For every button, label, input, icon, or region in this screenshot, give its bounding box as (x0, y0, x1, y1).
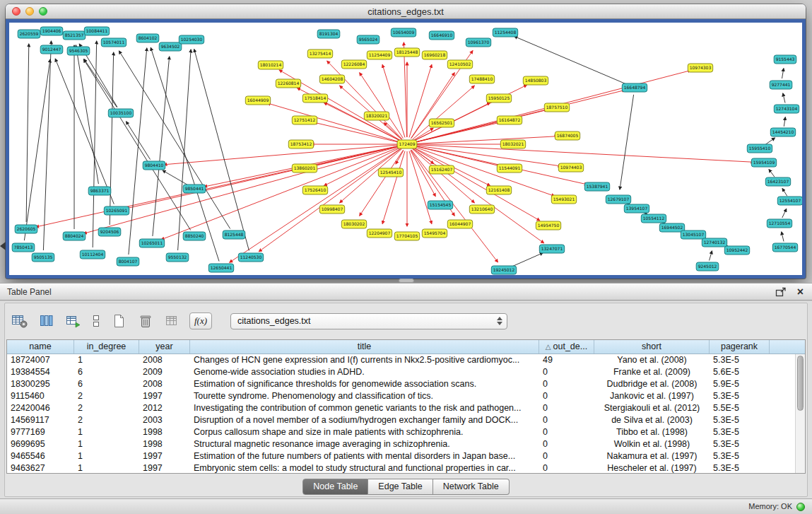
graph-node[interactable]: 13210640 (469, 205, 494, 214)
graph-node[interactable]: 11240530 (238, 253, 263, 262)
row-format-button[interactable] (90, 312, 102, 330)
graph-node[interactable]: 16044907 (447, 220, 472, 228)
graph-node[interactable]: 12204907 (367, 229, 392, 238)
graph-node[interactable]: 10998407 (319, 205, 344, 214)
graph-node[interactable]: 12545410 (378, 168, 403, 177)
graph-edge[interactable] (126, 122, 151, 160)
column-settings-button[interactable] (10, 312, 30, 330)
graph-node[interactable]: 10265091 (104, 206, 129, 215)
graph-node[interactable]: 16423107 (765, 177, 790, 186)
graph-edge[interactable] (129, 48, 147, 255)
graph-node[interactable]: 9277441 (770, 81, 792, 89)
graph-node[interactable]: 9155443 (774, 55, 796, 64)
graph-node[interactable]: 7850413 (12, 243, 35, 252)
graph-edge[interactable] (163, 170, 188, 185)
graph-edge[interactable] (84, 59, 117, 107)
table-row[interactable]: 911546021997Tourette syndrome. Phenomeno… (7, 390, 795, 402)
network-canvas[interactable]: 1724091803202116164872159501251748841012… (9, 23, 802, 275)
table-selector-dropdown[interactable]: citations_edges.txt (230, 313, 507, 329)
graph-node[interactable]: 12161408 (486, 186, 511, 194)
graph-node[interactable]: 10961370 (466, 38, 490, 47)
create-table-button[interactable] (109, 312, 129, 330)
graph-node[interactable]: 10952442 (724, 246, 749, 255)
graph-edge[interactable] (382, 64, 405, 137)
graph-edge[interactable] (782, 188, 787, 196)
graph-node[interactable]: 172409 (397, 140, 417, 148)
graph-edge[interactable] (782, 209, 787, 218)
graph-edge[interactable] (360, 73, 404, 139)
graph-node[interactable]: 2620605 (15, 225, 37, 233)
graph-node[interactable]: 14850803 (523, 76, 548, 85)
graph-node[interactable]: 10554112 (641, 214, 666, 223)
column-header-in_degree[interactable]: in_degree (74, 340, 139, 354)
table-row[interactable]: 1872400712008Changes of HCN gene express… (7, 354, 795, 366)
table-row[interactable]: 1456911722003Disruption of a novel membe… (7, 414, 795, 426)
memory-ok-indicator[interactable] (796, 503, 805, 511)
graph-node[interactable]: 12710554 (767, 219, 792, 228)
graph-node[interactable]: 13275414 (307, 49, 332, 58)
graph-node[interactable]: 15954109 (751, 158, 776, 167)
graph-edge[interactable] (765, 138, 775, 144)
graph-node[interactable]: 17518414 (302, 94, 327, 103)
graph-node[interactable]: 16646910 (429, 31, 454, 40)
graph-node[interactable]: 2620559 (18, 30, 40, 38)
table-row[interactable]: 977716911998Corpus callosum shape and si… (7, 426, 795, 438)
graph-node[interactable]: 12554107 (777, 197, 802, 205)
graph-node[interactable]: 17526410 (302, 186, 327, 194)
graph-node[interactable]: 14954750 (536, 221, 560, 230)
minimize-window-button[interactable] (25, 7, 34, 16)
graph-edge[interactable] (409, 64, 432, 137)
graph-node[interactable]: 13860201 (292, 164, 317, 173)
table-row[interactable]: 1938455462009Genome-wide association stu… (7, 366, 795, 378)
table-scrollbar-thumb[interactable] (797, 356, 804, 411)
graph-node[interactable]: 12743104 (774, 105, 799, 113)
delete-table-button[interactable] (136, 312, 155, 330)
graph-node[interactable]: 8191304 (317, 30, 340, 38)
graph-edge[interactable] (55, 59, 114, 204)
table-row[interactable]: 1830029562008Estimation of significance … (7, 378, 795, 390)
column-header-year[interactable]: year (139, 340, 190, 354)
graph-node[interactable]: 15493021 (551, 195, 576, 204)
float-panel-icon[interactable] (775, 287, 787, 298)
column-header-short[interactable]: short (594, 340, 710, 354)
graph-node[interactable]: 12751412 (292, 116, 317, 124)
graph-node[interactable]: 12740132 (702, 238, 726, 247)
graph-node[interactable]: 9204506 (98, 228, 121, 236)
table-row[interactable]: 946362711997Embryonic stem cells: a mode… (7, 462, 795, 473)
graph-node[interactable]: 13247071 (539, 245, 564, 253)
graph-node[interactable]: 16562501 (429, 119, 454, 127)
graph-node[interactable]: 9546305 (67, 47, 90, 55)
graph-node[interactable]: 13045107 (681, 230, 705, 239)
graph-node[interactable]: 11254408 (493, 28, 517, 37)
graph-node[interactable]: 18032021 (500, 140, 525, 148)
graph-edge[interactable] (382, 151, 405, 224)
graph-node[interactable]: 9863371 (88, 187, 111, 195)
graph-node[interactable]: 19245012 (491, 266, 516, 274)
graph-edge[interactable] (26, 44, 29, 222)
graph-edge[interactable] (414, 145, 754, 163)
graph-edge[interactable] (126, 146, 401, 209)
graph-node[interactable]: 12226084 (341, 60, 366, 69)
graph-edge[interactable] (782, 232, 784, 242)
tab-network-table[interactable]: Network Table (433, 479, 510, 495)
graph-node[interactable]: 16770544 (772, 243, 797, 252)
graph-node[interactable]: 8604102 (136, 34, 159, 42)
graph-edge[interactable] (324, 148, 401, 186)
graph-node[interactable]: 8850240 (183, 232, 206, 240)
graph-node[interactable]: 13954107 (624, 204, 649, 213)
graph-node[interactable]: 10254030 (179, 35, 204, 44)
table-row[interactable]: 946554611997Estimation of the future num… (7, 450, 795, 462)
graph-node[interactable]: 15154545 (428, 201, 452, 209)
graph-edge[interactable] (769, 169, 775, 177)
table-row[interactable]: 2242004622012Investigating the contribut… (7, 402, 795, 414)
graph-edge[interactable] (510, 253, 543, 267)
graph-edge[interactable] (153, 57, 170, 236)
tab-edge-table[interactable]: Edge Table (368, 479, 433, 495)
close-window-button[interactable] (12, 7, 20, 16)
graph-edge[interactable] (267, 103, 400, 142)
graph-node[interactable]: 12679107 (606, 195, 630, 204)
graph-edge[interactable] (783, 93, 785, 103)
graph-node[interactable]: 17488410 (469, 75, 494, 83)
graph-node[interactable]: 11544091 (497, 164, 522, 173)
graph-node[interactable]: 16164872 (497, 116, 522, 124)
